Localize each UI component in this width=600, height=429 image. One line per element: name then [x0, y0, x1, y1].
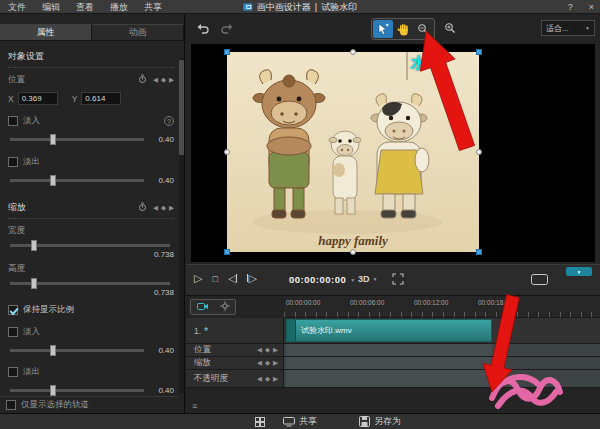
position-row: 位置 ◀ ◆ ▶ [8, 74, 174, 86]
close-button[interactable]: × [589, 2, 594, 12]
preview-image[interactable]: 水印 happy family [227, 52, 479, 252]
help-icon[interactable]: ? [164, 116, 174, 126]
chevron-down-icon: ▼ [585, 25, 590, 31]
keyframe-next-icon[interactable]: ▶ [169, 76, 174, 84]
keyframe-add-icon[interactable]: ◆ [161, 204, 166, 212]
fade-out-checkbox[interactable] [8, 157, 18, 167]
width-slider[interactable] [10, 244, 170, 247]
stopwatch-icon[interactable] [138, 202, 147, 214]
keyframe-prev-icon[interactable]: ◀ [257, 359, 262, 367]
share-icon [283, 416, 295, 427]
timeline-menu-icon[interactable]: ≡ [192, 401, 197, 411]
watermark-text: 水印 [411, 54, 445, 73]
position-y-input[interactable] [81, 92, 121, 105]
tab-animation[interactable]: 动画 [92, 24, 184, 40]
keyframe-prev-icon[interactable]: ◀ [153, 76, 158, 84]
menu-play[interactable]: 播放 [102, 0, 136, 14]
height-label: 高度 [8, 263, 25, 275]
keyframe-add-icon[interactable]: ◆ [161, 76, 166, 84]
timecode-display[interactable]: 00:00:00:00 ▼ [289, 274, 356, 285]
menu-view[interactable]: 查看 [68, 0, 102, 14]
scale-row-header: 缩放 ◀ ◆ ▶ [186, 357, 284, 369]
scale-fade-out-checkbox[interactable] [8, 367, 18, 377]
share-button[interactable]: 共享 [274, 414, 326, 429]
interval-button[interactable] [531, 274, 548, 287]
collapse-preview-button[interactable]: ▼ [566, 267, 592, 276]
keep-ratio-checkbox[interactable] [8, 305, 18, 315]
save-icon [359, 416, 370, 427]
keyframe-next-icon[interactable]: ▶ [273, 375, 278, 383]
menu-edit[interactable]: 编辑 [34, 0, 68, 14]
track-header-1[interactable]: 1. * [186, 318, 284, 343]
keyframe-prev-icon[interactable]: ◀ [153, 204, 158, 212]
help-button[interactable]: ? [568, 2, 573, 12]
scale-fade-out-slider[interactable] [10, 389, 144, 392]
scale-keyframe-lane[interactable] [284, 357, 600, 369]
scale-fade-in-checkbox[interactable] [8, 327, 18, 337]
camera-icon[interactable] [197, 301, 209, 313]
keep-ratio-row: 保持显示比例 [8, 304, 174, 316]
selection-handle-top[interactable] [350, 49, 356, 55]
stop-button[interactable]: □ [212, 274, 217, 284]
prev-frame-button[interactable]: ◁ [228, 272, 237, 285]
next-frame-button[interactable]: ▷ [247, 272, 256, 285]
selection-handle-top-right[interactable] [476, 49, 482, 55]
keyframe-add-icon[interactable]: ◆ [265, 346, 270, 354]
redo-icon[interactable] [220, 23, 234, 37]
3d-button[interactable]: 3D ▼ [358, 274, 377, 284]
menu-share[interactable]: 共享 [136, 0, 170, 14]
cursor-icon [377, 23, 389, 35]
gear-icon[interactable] [220, 301, 230, 313]
stopwatch-icon[interactable] [138, 74, 147, 86]
keyframe-next-icon[interactable]: ▶ [273, 359, 278, 367]
panel-tabs: 属性 动画 [0, 24, 184, 41]
undo-icon[interactable] [196, 23, 210, 37]
selection-handle-bottom-left[interactable] [224, 249, 230, 255]
fade-in-slider-row: 0.40 [8, 135, 174, 144]
zoom-out-tool-button[interactable] [413, 20, 433, 38]
keyframe-next-icon[interactable]: ▶ [273, 346, 278, 354]
preview-canvas[interactable]: 水印 happy family [191, 44, 595, 262]
show-selected-track-checkbox[interactable] [6, 400, 16, 410]
fade-in-slider[interactable] [10, 138, 144, 141]
chevron-down-icon: ▼ [373, 276, 378, 282]
fade-in-checkbox[interactable] [8, 116, 18, 126]
selection-handle-bottom-right[interactable] [476, 249, 482, 255]
save-as-button[interactable]: 另存为 [350, 414, 410, 429]
select-tool-button[interactable] [373, 20, 393, 38]
position-x-input[interactable] [18, 92, 58, 105]
gallery-button[interactable] [246, 414, 274, 429]
clip-试验水印[interactable]: 试验水印.wmv [286, 319, 492, 342]
fade-out-slider[interactable] [10, 179, 144, 182]
keyframe-prev-icon[interactable]: ◀ [257, 375, 262, 383]
scale-fade-in-slider[interactable] [10, 349, 144, 352]
fade-in-row: 淡入 ? [8, 115, 174, 127]
panel-scrollbar[interactable] [179, 58, 184, 393]
fade-out-row: 淡出 [8, 156, 174, 168]
fullscreen-button[interactable] [392, 273, 404, 287]
timeline-ruler[interactable]: 00:00:00:00 00:00:06:00 00:00:12:00 00:0… [284, 296, 600, 318]
selection-handle-left[interactable] [224, 149, 230, 155]
timeline-panel: 00:00:00:00 00:00:06:00 00:00:12:00 00:0… [186, 295, 600, 413]
interval-icon [531, 274, 548, 285]
keyframe-row-position: 位置 ◀ ◆ ▶ [186, 344, 600, 357]
selection-handle-right[interactable] [476, 149, 482, 155]
position-keyframe-lane[interactable] [284, 344, 600, 356]
selection-handle-top-left[interactable] [224, 49, 230, 55]
clip-lane[interactable]: 试验水印.wmv [284, 318, 600, 343]
keyframe-add-icon[interactable]: ◆ [265, 359, 270, 367]
hand-tool-button[interactable] [393, 20, 413, 38]
keyframe-add-icon[interactable]: ◆ [265, 375, 270, 383]
height-slider[interactable] [10, 282, 170, 285]
image-caption: happy family [318, 233, 388, 249]
timeline-toolbar [190, 299, 236, 315]
keyframe-prev-icon[interactable]: ◀ [257, 346, 262, 354]
tab-properties[interactable]: 属性 [0, 24, 92, 40]
fit-dropdown[interactable]: 适合... ▼ [541, 20, 595, 36]
menu-file[interactable]: 文件 [0, 0, 34, 14]
opacity-keyframe-lane[interactable] [284, 370, 600, 387]
keyframe-next-icon[interactable]: ▶ [169, 204, 174, 212]
zoom-in-tool-button[interactable] [440, 19, 460, 37]
selection-handle-bottom[interactable] [350, 249, 356, 255]
play-button[interactable]: ▷ [194, 272, 202, 285]
